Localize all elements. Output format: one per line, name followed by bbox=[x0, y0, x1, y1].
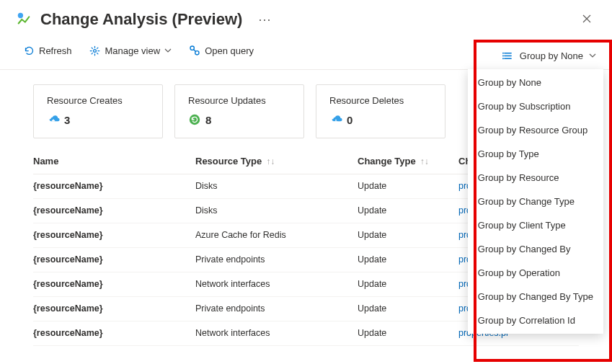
sort-icon: ↑↓ bbox=[266, 156, 275, 167]
cell-change-type: Update bbox=[358, 328, 458, 338]
group-by-menu-item[interactable]: Group by Correlation Id bbox=[468, 308, 603, 332]
manage-view-button[interactable]: Manage view bbox=[82, 42, 179, 59]
create-icon bbox=[47, 113, 60, 126]
group-by-wrapper: Group by None Group by NoneGroup by Subs… bbox=[468, 46, 603, 334]
more-options-button[interactable]: ··· bbox=[251, 12, 278, 27]
group-by-menu-item[interactable]: Group by Change Type bbox=[468, 190, 603, 213]
svg-point-2 bbox=[190, 46, 194, 50]
col-type-label: Resource Type bbox=[195, 156, 262, 167]
col-name-label: Name bbox=[33, 156, 58, 167]
cell-type: Disks bbox=[195, 205, 358, 216]
cell-change-type: Update bbox=[358, 230, 458, 240]
cell-change-type: Update bbox=[358, 279, 458, 289]
cell-name: {resourceName} bbox=[33, 230, 195, 240]
card-deletes-label: Resource Deletes bbox=[329, 95, 432, 106]
svg-point-0 bbox=[18, 13, 23, 18]
cell-type: Network interfaces bbox=[195, 328, 358, 338]
open-query-button[interactable]: Open query bbox=[182, 42, 261, 59]
svg-point-5 bbox=[502, 52, 504, 53]
cell-type: Disks bbox=[195, 181, 358, 191]
col-name-header[interactable]: Name bbox=[33, 156, 195, 167]
svg-point-6 bbox=[502, 55, 504, 56]
chevron-down-icon bbox=[164, 45, 172, 56]
delete-icon bbox=[329, 113, 342, 126]
card-updates-label: Resource Updates bbox=[188, 95, 291, 106]
group-by-menu-item[interactable]: Group by Resource bbox=[468, 166, 603, 190]
cell-name: {resourceName} bbox=[33, 328, 195, 338]
cell-change-type: Update bbox=[358, 181, 458, 191]
list-icon bbox=[502, 50, 514, 61]
group-by-menu-item[interactable]: Group by Subscription bbox=[468, 94, 603, 118]
card-resource-deletes[interactable]: Resource Deletes 0 bbox=[316, 84, 445, 138]
col-change-type-header[interactable]: Change Type ↑↓ bbox=[358, 156, 458, 167]
refresh-label: Refresh bbox=[39, 45, 72, 56]
group-by-label: Group by None bbox=[520, 50, 583, 61]
group-by-menu-item[interactable]: Group by Client Type bbox=[468, 213, 603, 237]
cell-type: Network interfaces bbox=[195, 279, 358, 289]
cell-change-type: Update bbox=[358, 303, 458, 314]
cell-change-type: Update bbox=[358, 254, 458, 265]
svg-point-4 bbox=[190, 115, 200, 125]
cell-name: {resourceName} bbox=[33, 181, 195, 191]
group-by-menu-item[interactable]: Group by Operation bbox=[468, 261, 603, 285]
col-type-header[interactable]: Resource Type ↑↓ bbox=[195, 156, 358, 167]
cell-change-type: Update bbox=[358, 205, 458, 216]
refresh-icon bbox=[23, 45, 35, 56]
refresh-button[interactable]: Refresh bbox=[16, 42, 79, 59]
group-by-menu-item[interactable]: Group by Changed By bbox=[468, 237, 603, 261]
open-query-label: Open query bbox=[205, 45, 254, 56]
cell-type: Private endpoints bbox=[195, 303, 358, 314]
group-by-menu: Group by NoneGroup by SubscriptionGroup … bbox=[468, 69, 603, 334]
card-creates-label: Resource Creates bbox=[47, 95, 149, 106]
page-title: Change Analysis (Preview) bbox=[40, 10, 242, 29]
update-icon bbox=[188, 113, 201, 126]
query-icon bbox=[189, 45, 200, 56]
change-analysis-icon bbox=[16, 12, 32, 27]
group-by-menu-item[interactable]: Group by Resource Group bbox=[468, 118, 603, 142]
cell-name: {resourceName} bbox=[33, 303, 195, 314]
card-resource-creates[interactable]: Resource Creates 3 bbox=[33, 84, 163, 138]
cell-name: {resourceName} bbox=[33, 205, 195, 216]
chevron-down-icon bbox=[589, 50, 596, 61]
svg-point-7 bbox=[502, 58, 504, 59]
group-by-menu-item[interactable]: Group by None bbox=[468, 71, 603, 94]
close-button[interactable] bbox=[577, 12, 596, 27]
svg-point-1 bbox=[94, 49, 97, 52]
svg-point-3 bbox=[195, 51, 199, 55]
card-updates-value: 8 bbox=[205, 114, 211, 126]
group-by-menu-item[interactable]: Group by Changed By Type bbox=[468, 285, 603, 308]
card-resource-updates[interactable]: Resource Updates 8 bbox=[174, 84, 304, 138]
col-changetype-label: Change Type bbox=[358, 156, 416, 167]
cell-name: {resourceName} bbox=[33, 254, 195, 265]
sort-icon: ↑↓ bbox=[420, 156, 429, 167]
header: Change Analysis (Preview) ··· bbox=[0, 0, 612, 29]
card-creates-value: 3 bbox=[64, 114, 70, 126]
group-by-menu-item[interactable]: Group by Type bbox=[468, 142, 603, 166]
cell-type: Azure Cache for Redis bbox=[195, 230, 358, 240]
cell-name: {resourceName} bbox=[33, 279, 195, 289]
card-deletes-value: 0 bbox=[347, 114, 352, 126]
gear-icon bbox=[89, 45, 101, 56]
cell-type: Private endpoints bbox=[195, 254, 358, 265]
group-by-button[interactable]: Group by None bbox=[495, 46, 603, 65]
manage-view-label: Manage view bbox=[105, 45, 161, 56]
